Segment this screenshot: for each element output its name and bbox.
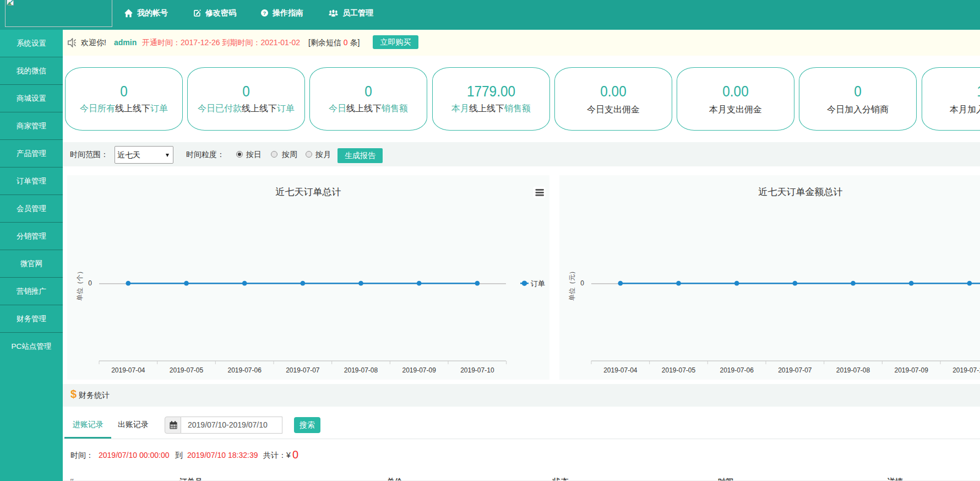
svg-text:单位（元）: 单位（元）	[568, 268, 576, 301]
svg-text:2019-07-08: 2019-07-08	[344, 366, 378, 374]
svg-text:0: 0	[88, 279, 92, 287]
svg-text:订单: 订单	[531, 279, 545, 288]
svg-text:2019-07-04: 2019-07-04	[603, 366, 638, 374]
svg-text:2019-07-05: 2019-07-05	[170, 366, 204, 374]
svg-text:2019-07-09: 2019-07-09	[402, 366, 437, 374]
svg-text:2019-07-04: 2019-07-04	[111, 366, 145, 374]
svg-text:近七天订单总计: 近七天订单总计	[276, 187, 341, 197]
svg-text:2019-07-06: 2019-07-06	[227, 366, 262, 374]
svg-text:2019-07-07: 2019-07-07	[286, 366, 320, 374]
svg-text:2019-07-10: 2019-07-10	[952, 366, 980, 374]
svg-text:近七天订单金额总计: 近七天订单金额总计	[759, 187, 843, 197]
svg-text:2019-07-10: 2019-07-10	[460, 366, 494, 374]
svg-text:2019-07-08: 2019-07-08	[836, 366, 870, 374]
svg-text:2019-07-07: 2019-07-07	[778, 366, 812, 374]
svg-text:2019-07-09: 2019-07-09	[895, 366, 929, 374]
svg-text:单位（个）: 单位（个）	[76, 268, 84, 301]
svg-text:2019-07-05: 2019-07-05	[662, 366, 696, 374]
svg-text:2019-07-06: 2019-07-06	[720, 366, 754, 374]
svg-text:0: 0	[580, 279, 584, 287]
svg-text:?: ?	[263, 10, 266, 16]
